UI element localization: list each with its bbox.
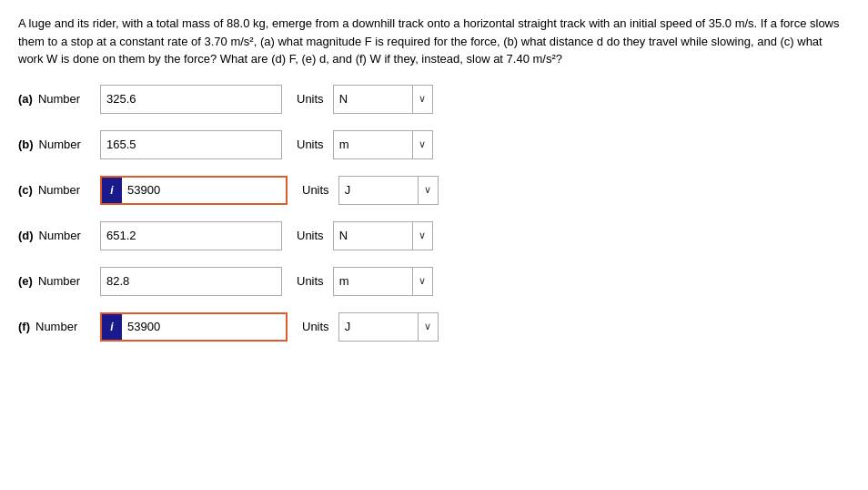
number-input-0[interactable] (101, 86, 281, 113)
number-label-0: Number (38, 92, 80, 106)
number-input-wrapper-1 (100, 130, 282, 159)
units-label-1: Units (297, 138, 324, 151)
part-label-1: (b) (18, 138, 34, 151)
units-select-value-5: J (339, 320, 418, 333)
units-select-wrapper-2[interactable]: J∨ (338, 176, 439, 205)
units-chevron-icon-2[interactable]: ∨ (418, 177, 438, 204)
number-label-3: Number (39, 229, 81, 242)
row-label-f: (f)Number (18, 320, 100, 333)
units-select-wrapper-1[interactable]: m∨ (333, 130, 433, 159)
part-label-2: (c) (18, 183, 33, 197)
answer-row-d: (d)NumberUnitsN∨ (18, 221, 850, 250)
row-label-c: (c)Number (18, 183, 100, 197)
units-select-wrapper-4[interactable]: m∨ (333, 267, 433, 296)
number-label-1: Number (39, 138, 81, 151)
number-input-wrapper-2: i (100, 176, 288, 205)
number-input-wrapper-0 (100, 85, 282, 114)
number-input-wrapper-3 (100, 221, 282, 250)
row-label-b: (b)Number (18, 138, 100, 151)
answer-row-a: (a)NumberUnitsN∨ (18, 85, 850, 114)
number-input-1[interactable] (101, 131, 281, 158)
units-select-wrapper-5[interactable]: J∨ (338, 312, 439, 342)
units-select-value-1: m (334, 138, 412, 151)
number-input-2[interactable] (122, 178, 286, 203)
units-label-3: Units (297, 229, 324, 242)
units-label-4: Units (297, 274, 324, 288)
row-label-d: (d)Number (18, 229, 100, 242)
units-select-value-4: m (334, 274, 412, 288)
problem-text: A luge and its rider, with a total mass … (18, 15, 850, 68)
number-input-wrapper-4 (100, 267, 282, 296)
units-chevron-icon-3[interactable]: ∨ (412, 222, 432, 250)
number-input-4[interactable] (101, 268, 281, 295)
units-label-2: Units (302, 183, 329, 197)
units-select-value-2: J (339, 183, 418, 197)
answer-row-e: (e)NumberUnitsm∨ (18, 267, 850, 296)
info-badge-2: i (102, 178, 122, 203)
info-badge-5: i (102, 314, 122, 340)
units-chevron-icon-1[interactable]: ∨ (412, 131, 432, 158)
answer-row-f: (f)NumberiUnitsJ∨ (18, 312, 850, 342)
number-input-3[interactable] (101, 222, 281, 250)
row-label-a: (a)Number (18, 92, 100, 106)
units-label-5: Units (302, 320, 329, 333)
units-label-0: Units (297, 92, 324, 106)
number-label-5: Number (35, 320, 77, 333)
units-select-value-0: N (334, 92, 412, 106)
units-select-wrapper-0[interactable]: N∨ (333, 85, 433, 114)
units-select-value-3: N (334, 229, 412, 242)
units-chevron-icon-5[interactable]: ∨ (418, 313, 438, 341)
part-label-3: (d) (18, 229, 34, 242)
answer-row-c: (c)NumberiUnitsJ∨ (18, 176, 850, 205)
units-chevron-icon-0[interactable]: ∨ (412, 86, 432, 113)
part-label-4: (e) (18, 274, 33, 288)
units-chevron-icon-4[interactable]: ∨ (412, 268, 432, 295)
units-select-wrapper-3[interactable]: N∨ (333, 221, 433, 250)
number-input-5[interactable] (122, 314, 286, 340)
answer-row-b: (b)NumberUnitsm∨ (18, 130, 850, 159)
number-label-4: Number (38, 274, 80, 288)
number-input-wrapper-5: i (100, 312, 288, 342)
number-label-2: Number (38, 183, 80, 197)
row-label-e: (e)Number (18, 274, 100, 288)
part-label-0: (a) (18, 92, 33, 106)
part-label-5: (f) (18, 320, 30, 333)
